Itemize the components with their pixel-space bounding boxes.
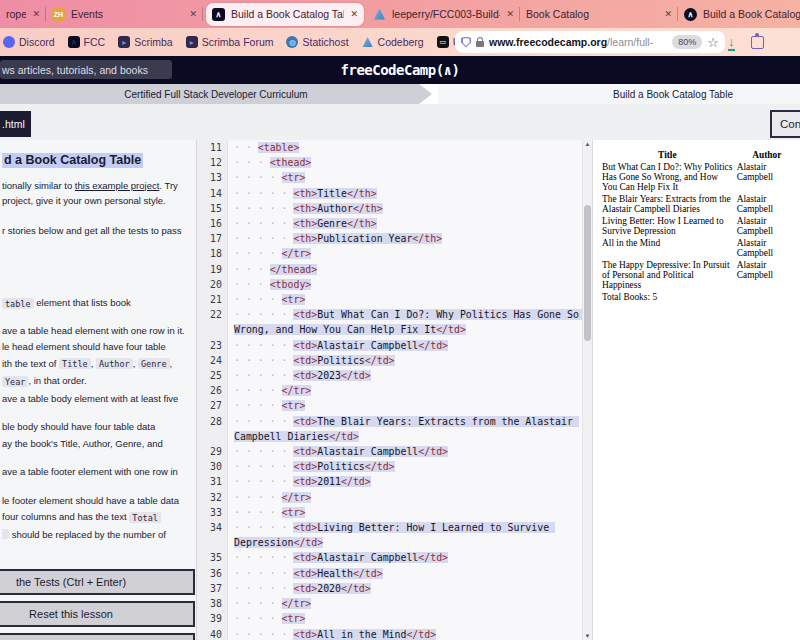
zoom-level-badge[interactable]: 80% [672,35,702,49]
text-content: Politics [317,461,365,472]
code-line[interactable]: 31· · · · · <td>2011</td> [200,474,582,489]
instruction-text: ith the text of [2,358,59,369]
code-line[interactable]: 16· · · · · <th>Genre</th> [200,216,582,231]
code-line[interactable]: 35· · · · · <td>Alastair Campbell</td> [200,550,582,565]
code-line[interactable]: 34· · · · · <td>Living Better: How I Lea… [200,520,582,550]
html-tag: </th> [412,233,442,244]
lesson-title: d a Book Catalog Table [2,153,143,168]
code-line[interactable]: 11· · <table> [200,140,582,155]
bookmark-fcc[interactable]: ∧FCC [68,36,106,48]
run-tests-button[interactable]: the Tests (Ctrl + Enter) [0,569,195,595]
example-project-link[interactable]: this example project [75,180,159,191]
code-line[interactable]: 21· · · · <tr> [200,292,582,307]
console-button[interactable]: Console [770,110,800,138]
fcc-icon: ∧ [212,8,225,21]
code-line[interactable]: 30· · · · · <td>Politics</td> [200,459,582,474]
code-line[interactable]: 39· · · · <tr> [200,611,582,626]
bookmark-scrimba[interactable]: ▸Scrimba [118,36,173,48]
code-content: · · · · · <th>Genre</th> [228,216,582,231]
html-tag: <td> [293,416,317,427]
code-line[interactable]: 36· · · · · <td>Health</td> [200,566,582,581]
instruction-line: r stories below and get all the tests to… [2,223,196,239]
search-input[interactable]: ws articles, tutorials, and books [0,60,172,79]
bookmark-discord[interactable]: Discord [3,36,55,48]
shield-icon[interactable] [461,37,471,48]
browser-tab[interactable]: Book Catalog✕ [520,0,678,28]
preview-footer-row: Total Books: 5 [601,292,798,302]
tab-close-icon[interactable]: ✕ [350,9,358,19]
fcc-logo[interactable]: freeCodeCamp(∧) [341,56,460,84]
line-number: 24 [200,353,228,368]
code-editor[interactable]: 11· · <table>12· · · <thead>13· · · · <t… [200,140,582,640]
code-line[interactable]: 19· · · </thead> [200,262,582,277]
bookmark-statichost[interactable]: ◍Statichost [286,36,348,48]
code-line[interactable]: 15· · · · · <th>Author</th> [200,201,582,216]
code-line[interactable]: 33· · · · <tr> [200,505,582,520]
reset-lesson-button[interactable]: Reset this lesson [0,601,195,627]
browser-tab[interactable]: ZHEvents✕ [46,0,203,28]
line-number: 35 [200,550,228,565]
code-line[interactable]: 17· · · · · <th>Publication Year</th> [200,231,582,246]
code-line[interactable]: 38· · · · </tr> [200,596,582,611]
code-line[interactable]: 32· · · · </tr> [200,490,582,505]
bookmark-unsplash[interactable]: ▭Unsplash [437,36,455,48]
tab-close-icon[interactable]: ✕ [664,9,672,19]
preview-book-row: But What Can I Do?: Why Politics Has Gon… [601,162,798,192]
line-number: 38 [200,596,228,611]
code-line[interactable]: 18· · · · </tr> [200,246,582,261]
tab-close-icon[interactable]: ✕ [189,9,197,19]
code-line[interactable]: 26· · · · </tr> [200,383,582,398]
indent-guides: · · · · · [234,583,293,594]
tab-close-icon[interactable]: ✕ [506,9,514,19]
code-line[interactable]: 25· · · · · <td>2023</td> [200,368,582,383]
bookmark-scrimba-forum[interactable]: ▸Scrimba Forum [186,36,274,48]
code-content: · · · · </tr> [228,246,582,261]
code-content: · · · · <tr> [228,611,582,626]
code-line[interactable]: 20· · · <tbody> [200,277,582,292]
code-line[interactable]: 28· · · · · <td>The Blair Years: Extract… [200,414,582,444]
breadcrumb-lesson[interactable]: Build a Book Catalog Table [438,84,800,104]
indent-guides: · · · [234,279,270,290]
lock-icon[interactable] [476,41,484,47]
help-button[interactable] [0,633,195,640]
code-line[interactable]: 23· · · · · <td>Alastair Campbell</td> [200,338,582,353]
code-line[interactable]: 24· · · · · <td>Politics</td> [200,353,582,368]
preview-book-row: All in the MindAlastair Campbell [601,238,798,258]
scroll-down-icon[interactable]: ▼ [583,632,592,640]
code-line[interactable]: 13· · · · <tr> [200,170,582,185]
browser-tab[interactable]: rope/Lo✕ [0,0,46,28]
selected-code: <tr> [282,294,306,305]
total-books-cell: Total Books: 5 [601,292,798,302]
breadcrumb-curriculum[interactable]: Certified Full Stack Developer Curriculu… [0,84,432,104]
scroll-up-icon[interactable]: ▲ [583,140,592,148]
browser-tab[interactable]: ∧Build a Book Catalog Table: Buil✕ [206,3,364,26]
browser-tab[interactable]: ∧Build a Book Catalog Tab [678,0,800,28]
downloads-icon[interactable]: ↓ [728,33,735,51]
scrollbar-thumb[interactable] [584,205,591,341]
code-line[interactable]: 40· · · · · <td>All in the Mind</td> [200,627,582,640]
selected-code: <tr> [282,172,306,183]
code-line[interactable]: 27· · · · <tr> [200,398,582,413]
url-bar[interactable]: www.freecodecamp.org/learn/full- 80% ☆ [455,31,725,53]
line-number: 36 [200,566,228,581]
bookmark-codeberg[interactable]: Codeberg [362,36,424,48]
code-line[interactable]: 29· · · · · <td>Alastair Campbell</td> [200,444,582,459]
html-tag: <th> [293,233,317,244]
text-content: Alastair Campbell [317,340,418,351]
tab-close-icon[interactable]: ✕ [32,9,40,19]
code-line[interactable]: 22· · · · · <td>But What Can I Do?: Why … [200,307,582,337]
indent-guides: · · [234,142,258,153]
code-line[interactable]: 37· · · · · <td>2020</td> [200,581,582,596]
file-tab-index-html[interactable]: .html [0,111,31,137]
code-line[interactable]: 14· · · · · <th>Title</th> [200,186,582,201]
editor-scrollbar[interactable]: ▲ ▼ [582,140,591,640]
code-line[interactable]: 12· · · <thead> [200,155,582,170]
inline-code-chip: Total [129,512,161,523]
line-number: 39 [200,611,228,626]
html-tag: </td> [365,461,395,472]
extensions-icon[interactable] [751,36,764,49]
html-tag: </tr> [282,492,312,503]
browser-tab[interactable]: leeperry/FCC003-Build-a-book-✕ [367,0,520,28]
bookmark-label: Scrimba [134,36,173,48]
bookmark-star-icon[interactable]: ☆ [707,36,719,49]
